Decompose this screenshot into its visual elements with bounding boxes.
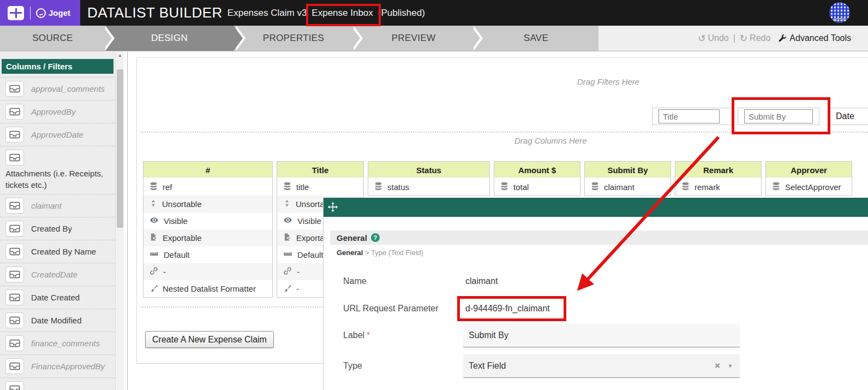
sidebar-item-approveddate[interactable]: ApprovedDate	[0, 123, 115, 146]
column-header[interactable]: Amount $	[494, 162, 580, 179]
clear-icon[interactable]: ×	[715, 361, 720, 371]
move-icon[interactable]	[328, 202, 338, 212]
redo-label: Redo	[750, 33, 770, 43]
required-asterisk: *	[367, 330, 370, 339]
label-input[interactable]	[463, 323, 740, 347]
wrench-icon	[778, 34, 787, 43]
url-param-label: URL Request Parameter	[343, 304, 439, 314]
column-header[interactable]: Submit By	[585, 162, 671, 179]
sidebar-title: Columns / Filters	[2, 59, 113, 74]
drawer-icon	[5, 221, 24, 237]
sidebar-item-label: Attachments (i.e. Receipts, tickets etc.…	[5, 166, 112, 191]
avatar[interactable]: admin	[829, 2, 850, 23]
tab-save[interactable]: SAVE	[474, 26, 598, 51]
column-property-row[interactable]: title	[277, 179, 363, 196]
sort-icon	[149, 199, 157, 209]
column-property-label: status	[387, 182, 409, 192]
toolbar-separator: |	[733, 33, 735, 43]
dialog-header[interactable]	[324, 198, 868, 217]
joget-logo: Joget	[36, 8, 70, 18]
tab-properties[interactable]: PROPERTIES	[234, 26, 354, 51]
sidebar-item-date-created[interactable]: Date Created	[0, 286, 115, 309]
column-property-label: Default	[164, 250, 190, 259]
advanced-tools-button[interactable]: Advanced Tools	[778, 33, 851, 43]
columns-zone-separator	[141, 132, 868, 133]
section-title: General	[337, 233, 367, 243]
column-property-row[interactable]: claimant	[585, 179, 671, 196]
redo-icon: ↻	[740, 33, 747, 44]
drawer-icon	[5, 150, 24, 166]
filter-input-title[interactable]	[659, 109, 720, 123]
list-name: Expense Inbox	[312, 8, 373, 19]
sidebar-scrollbar[interactable]: ▲	[115, 52, 124, 390]
column-property-row[interactable]: Visible	[143, 212, 272, 229]
scroll-up-icon[interactable]: ▲	[116, 53, 124, 58]
database-icon	[772, 182, 780, 192]
column-header[interactable]: #	[143, 162, 272, 179]
column-property-row[interactable]: Exportable	[143, 229, 272, 246]
column-property-label: title	[296, 182, 309, 192]
tab-source[interactable]: SOURCE	[0, 26, 105, 51]
brush-icon	[283, 283, 291, 294]
sidebar-item-attachments-i-e-receipts-tickets-etc[interactable]: Attachments (i.e. Receipts, tickets etc.…	[0, 146, 115, 194]
tab-preview[interactable]: PREVIEW	[354, 26, 474, 51]
column-card-status: Statusstatus	[368, 161, 490, 196]
undo-label: Undo	[708, 33, 728, 43]
column-property-row[interactable]: -	[143, 263, 272, 280]
filter-input-submit-by[interactable]	[744, 109, 813, 123]
sidebar-item-partial[interactable]	[0, 377, 115, 390]
undo-icon: ↺	[698, 33, 705, 44]
column-property-row[interactable]: Unsortable	[143, 196, 272, 212]
sidebar-item-created-by[interactable]: Created By	[0, 217, 115, 240]
chevron-down-icon[interactable]: ▼	[728, 363, 733, 369]
ruler-icon	[149, 250, 159, 260]
column-property-label: Visible	[297, 216, 321, 226]
column-property-row[interactable]: SelectApprover	[766, 179, 852, 196]
column-card-amount: Amount $total	[494, 161, 580, 196]
column-property-label: SelectApprover	[785, 182, 841, 192]
column-header[interactable]: Remark	[675, 162, 761, 179]
help-icon[interactable]: ?	[371, 233, 380, 242]
drag-filters-hint: Drag Filters Here	[577, 77, 639, 86]
column-property-row[interactable]: ref	[143, 179, 272, 196]
breadcrumb-root: General	[337, 249, 363, 257]
link-icon	[283, 267, 292, 277]
sidebar-item-approval-comments[interactable]: approval_comments	[0, 77, 115, 100]
export-icon	[149, 233, 158, 243]
column-property-label: -	[296, 284, 299, 293]
column-header[interactable]: Approver	[766, 162, 852, 179]
sidebar-item-label: ApprovedDate	[31, 127, 83, 140]
tab-design[interactable]: DESIGN	[105, 26, 234, 51]
sidebar-item-label: ApprovedBy	[31, 104, 76, 117]
app-grid-icon[interactable]	[8, 6, 24, 20]
column-property-row[interactable]: total	[494, 179, 580, 196]
sort-icon	[283, 199, 291, 209]
drawer-icon	[5, 267, 24, 282]
ruler-icon	[283, 250, 292, 260]
column-property-row[interactable]: Nested Datalist Formatter	[143, 280, 272, 297]
scrollbar-thumb[interactable]	[117, 69, 123, 228]
column-property-label: ref	[163, 182, 172, 192]
type-select[interactable]: Text Field × ▼	[463, 354, 740, 378]
column-property-row[interactable]: status	[368, 179, 489, 196]
column-property-row[interactable]: Default	[143, 246, 272, 263]
sidebar-item-financeapprovedby[interactable]: FinanceApprovedBy	[0, 354, 115, 377]
app-name: Expenses Claim v3	[228, 8, 307, 19]
sidebar-item-createddate[interactable]: CreatedDate	[0, 263, 115, 286]
database-icon	[283, 182, 291, 192]
sidebar-item-date-modified[interactable]: Date Modified	[0, 309, 115, 332]
sidebar-item-claimant[interactable]: claimant	[0, 194, 115, 217]
app-center-block[interactable]: Joget	[0, 0, 80, 26]
sidebar-item-finance-comments[interactable]: finance_comments	[0, 332, 115, 354]
column-header[interactable]: Status	[368, 162, 489, 179]
column-header[interactable]: Title	[277, 162, 363, 179]
undo-button[interactable]: ↺ Undo	[698, 33, 729, 44]
drawer-icon	[5, 81, 24, 97]
sidebar-item-approvedby[interactable]: ApprovedBy	[0, 100, 115, 123]
column-property-row[interactable]: remark	[675, 179, 761, 196]
column-rows: remark	[675, 179, 761, 196]
redo-button[interactable]: ↻ Redo	[740, 33, 771, 44]
joget-logo-text: Joget	[49, 8, 70, 17]
sidebar-item-created-by-name[interactable]: Created By Name	[0, 240, 115, 263]
create-new-expense-claim-button[interactable]: Create A New Expense Claim	[145, 331, 274, 348]
